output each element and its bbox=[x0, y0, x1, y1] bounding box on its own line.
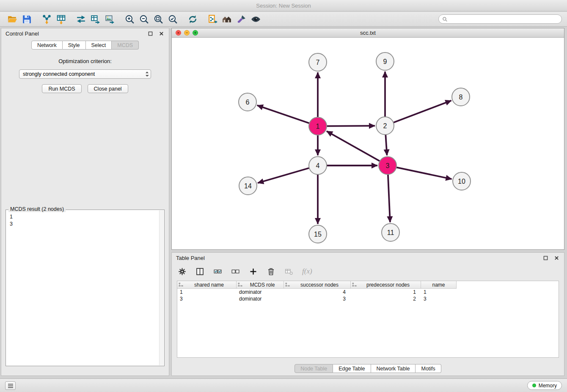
import-table-button[interactable] bbox=[54, 13, 68, 25]
open-session-button[interactable] bbox=[5, 13, 19, 25]
delete-table-button[interactable] bbox=[284, 266, 293, 277]
delete-table-icon bbox=[284, 267, 293, 276]
mcds-panel-content: Optimization criterion: strongly connect… bbox=[1, 58, 169, 93]
graph-node-label: 4 bbox=[316, 162, 320, 169]
cell-successor-nodes: 3 bbox=[284, 296, 351, 302]
cell-mcds-role: dominator bbox=[237, 296, 284, 302]
float-window-icon bbox=[148, 31, 153, 36]
tab-network-table[interactable]: Network Table bbox=[371, 364, 416, 373]
home-icon bbox=[222, 14, 232, 25]
zoom-selected-button[interactable] bbox=[165, 13, 180, 25]
optimization-criterion-label: Optimization criterion: bbox=[1, 58, 169, 64]
column-header-predecessor-nodes[interactable]: predecessor nodes bbox=[351, 281, 421, 289]
create-column-button[interactable] bbox=[249, 266, 258, 277]
cell-predecessor-nodes: 1 bbox=[351, 289, 421, 295]
save-session-button[interactable] bbox=[19, 13, 34, 25]
graph-edge[interactable] bbox=[396, 167, 452, 179]
close-window-icon[interactable] bbox=[176, 30, 181, 36]
column-header-mcds-role[interactable]: MCDS role bbox=[237, 281, 284, 289]
zoom-in-icon bbox=[124, 14, 135, 25]
columns-icon bbox=[195, 267, 204, 276]
tab-mcds[interactable]: MCDS bbox=[112, 41, 139, 50]
close-table-panel-button[interactable] bbox=[553, 255, 560, 262]
graph-edge[interactable] bbox=[327, 131, 381, 162]
show-hide-graphics-button[interactable] bbox=[248, 13, 263, 25]
column-type-icon bbox=[238, 282, 242, 287]
delete-columns-button[interactable] bbox=[267, 266, 275, 277]
toolbar-separator bbox=[34, 19, 39, 19]
tab-node-table[interactable]: Node Table bbox=[295, 364, 333, 373]
import-network-button[interactable] bbox=[39, 13, 54, 25]
zoom-selected-icon bbox=[168, 14, 178, 25]
graph-edge[interactable] bbox=[326, 126, 375, 126]
memory-button[interactable]: Memory bbox=[527, 381, 562, 390]
table-settings-button[interactable] bbox=[178, 266, 187, 277]
zoom-in-button[interactable] bbox=[122, 13, 137, 25]
zoom-out-button[interactable] bbox=[137, 13, 151, 25]
control-panel: Control Panel Network Style Select MCDS … bbox=[1, 28, 169, 376]
mcds-result-box: MCDS result (2 nodes) 1 3 bbox=[6, 210, 165, 366]
node-table: shared name MCDS role successor nodes pr… bbox=[177, 281, 559, 358]
float-panel-button[interactable] bbox=[147, 30, 154, 37]
result-scrollbar[interactable] bbox=[159, 210, 164, 365]
criterion-dropdown-value: strongly connected component bbox=[23, 71, 145, 77]
graph-edge[interactable] bbox=[388, 174, 390, 222]
tab-style[interactable]: Style bbox=[63, 41, 86, 50]
zoom-fit-button[interactable] bbox=[151, 13, 165, 25]
control-panel-title: Control Panel bbox=[6, 30, 39, 37]
network-window-title: scc.txt bbox=[360, 30, 376, 36]
close-mcds-panel-button[interactable]: Close panel bbox=[88, 84, 128, 93]
list-icon bbox=[8, 384, 14, 388]
control-panel-header: Control Panel bbox=[1, 28, 169, 39]
clone-network-button[interactable] bbox=[205, 13, 220, 25]
unselect-all-columns-button[interactable] bbox=[231, 266, 240, 277]
zoom-window-icon[interactable] bbox=[193, 30, 198, 36]
run-mcds-button[interactable]: Run MCDS bbox=[42, 84, 81, 93]
mcds-button-row: Run MCDS Close panel bbox=[1, 84, 169, 93]
mcds-result-item[interactable]: 3 bbox=[10, 221, 160, 228]
export-table-button[interactable] bbox=[88, 13, 102, 25]
cell-mcds-role: dominator bbox=[237, 289, 284, 295]
cell-shared-name: 1 bbox=[177, 289, 237, 295]
tab-motifs[interactable]: Motifs bbox=[416, 364, 441, 373]
apply-style-button[interactable] bbox=[234, 13, 248, 25]
column-type-icon bbox=[285, 282, 290, 287]
export-image-button[interactable] bbox=[102, 13, 117, 25]
network-canvas[interactable]: 7968124314101511 bbox=[172, 38, 564, 249]
refresh-button[interactable] bbox=[185, 13, 200, 25]
column-header-name[interactable]: name bbox=[421, 281, 457, 289]
column-header-successor-nodes[interactable]: successor nodes bbox=[284, 281, 351, 289]
float-table-panel-button[interactable] bbox=[542, 255, 549, 262]
select-all-columns-button[interactable] bbox=[213, 266, 222, 277]
show-columns-button[interactable] bbox=[195, 266, 204, 277]
column-header-shared-name[interactable]: shared name bbox=[177, 281, 237, 289]
graph-edge[interactable] bbox=[385, 134, 387, 155]
cell-name: 1 bbox=[421, 289, 457, 295]
function-builder-button[interactable]: f(x) bbox=[302, 266, 312, 277]
minimize-window-icon[interactable] bbox=[184, 30, 190, 36]
open-folder-icon bbox=[7, 14, 18, 25]
export-network-button[interactable] bbox=[74, 13, 88, 25]
graph-edge[interactable] bbox=[257, 105, 310, 124]
home-layout-button[interactable] bbox=[220, 13, 234, 25]
cell-successor-nodes: 4 bbox=[284, 289, 351, 295]
table-toolbar: f(x) bbox=[172, 263, 564, 279]
tab-edge-table[interactable]: Edge Table bbox=[333, 364, 371, 373]
graph-node-label: 15 bbox=[314, 231, 322, 238]
tab-network[interactable]: Network bbox=[31, 41, 63, 50]
unchecked-boxes-icon bbox=[231, 267, 240, 276]
graph-edge[interactable] bbox=[258, 168, 310, 183]
table-row[interactable]: 3 dominator 3 2 3 bbox=[177, 295, 559, 302]
mcds-result-item[interactable]: 1 bbox=[10, 213, 160, 221]
graph-edge[interactable] bbox=[393, 101, 451, 123]
memory-status-icon bbox=[532, 384, 536, 387]
window-title: Session: New Session bbox=[256, 3, 311, 9]
zoom-out-icon bbox=[139, 14, 149, 25]
task-history-button[interactable] bbox=[5, 381, 16, 390]
search-input[interactable] bbox=[450, 16, 558, 22]
close-panel-button[interactable] bbox=[158, 30, 165, 37]
table-row[interactable]: 1 dominator 4 1 1 bbox=[177, 289, 559, 295]
criterion-dropdown[interactable]: strongly connected component bbox=[19, 69, 151, 79]
trash-icon bbox=[267, 267, 275, 276]
tab-select[interactable]: Select bbox=[86, 41, 112, 50]
